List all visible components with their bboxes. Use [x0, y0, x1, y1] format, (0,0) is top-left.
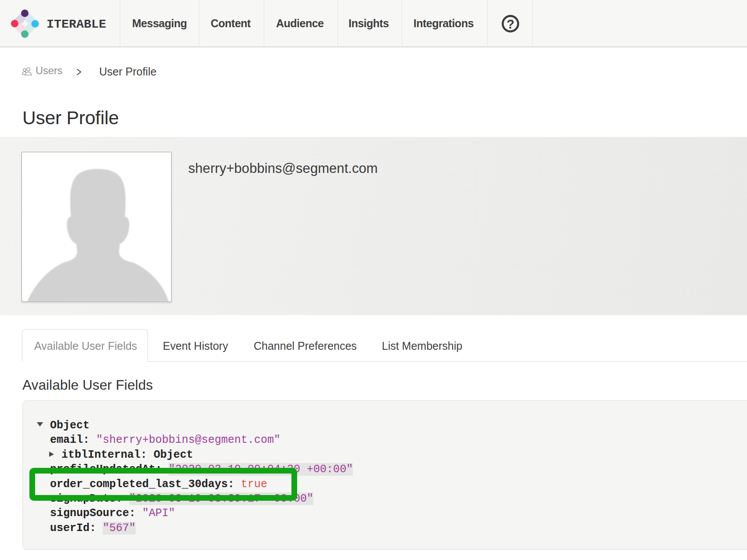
- svg-text:?: ?: [506, 17, 514, 31]
